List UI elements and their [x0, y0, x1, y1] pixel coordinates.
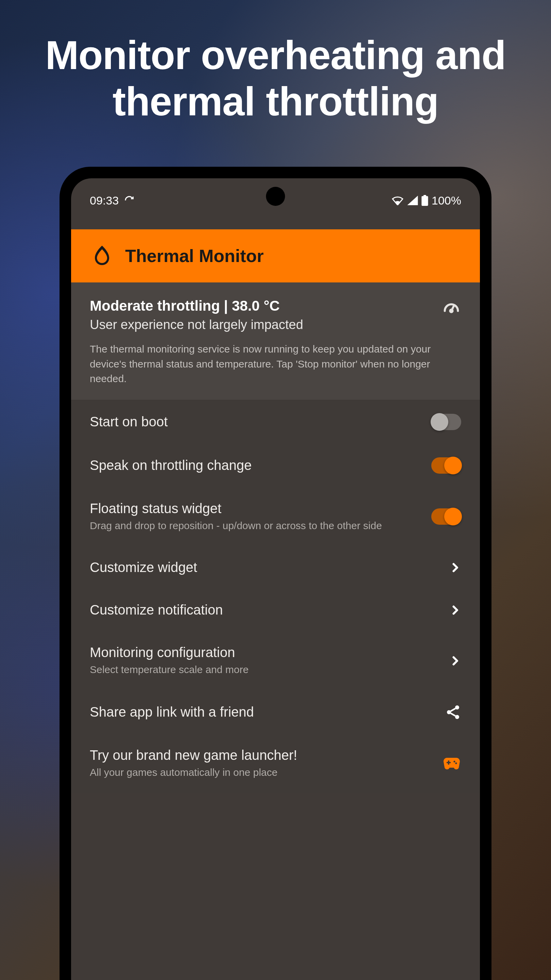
setting-label: Share app link with a friend: [90, 705, 435, 720]
thermal-status-card: Moderate throttling | 38.0 °C User exper…: [71, 282, 480, 400]
app-header: Thermal Monitor: [71, 229, 480, 282]
wifi-icon: [392, 196, 404, 205]
sync-icon: [124, 195, 134, 205]
setting-floating-widget[interactable]: Floating status widget Drag and drop to …: [71, 487, 480, 546]
signal-icon: [407, 196, 418, 205]
toggle-floating-widget[interactable]: [431, 508, 461, 525]
marketing-headline: Monitor overheating and thermal throttli…: [0, 0, 551, 124]
svg-rect-3: [101, 253, 103, 258]
chevron-right-icon: [449, 562, 461, 574]
gauge-icon: [441, 298, 461, 318]
app-title: Thermal Monitor: [125, 246, 264, 266]
setting-game-launcher[interactable]: Try our brand new game launcher! All you…: [71, 734, 480, 793]
thermal-status-description: The thermal monitoring service is now ru…: [90, 342, 461, 386]
camera-notch: [266, 187, 285, 206]
settings-list: Start on boot Speak on throttling change…: [71, 400, 480, 793]
toggle-speak-change[interactable]: [431, 457, 461, 474]
setting-label: Speak on throttling change: [90, 458, 421, 473]
svg-rect-0: [421, 196, 428, 206]
clock-time: 09:33: [90, 194, 119, 207]
thermal-status-title: Moderate throttling | 38.0 °C: [90, 298, 303, 314]
svg-rect-1: [424, 195, 426, 196]
battery-percent: 100%: [432, 194, 461, 207]
setting-customize-widget[interactable]: Customize widget: [71, 546, 480, 589]
setting-label: Customize notification: [90, 602, 439, 617]
setting-label: Try our brand new game launcher!: [90, 748, 432, 763]
phone-screen: 09:33 100% Thermal Monitor Moderate thro: [71, 178, 480, 980]
svg-point-11: [453, 761, 455, 762]
svg-point-6: [455, 705, 459, 710]
gamepad-icon: [442, 756, 461, 771]
thermal-status-subtitle: User experience not largely impacted: [90, 318, 303, 332]
setting-speak-change[interactable]: Speak on throttling change: [71, 444, 480, 487]
setting-label: Start on boot: [90, 414, 421, 430]
chevron-right-icon: [449, 655, 461, 667]
setting-monitoring-config[interactable]: Monitoring configuration Select temperat…: [71, 631, 480, 690]
setting-sublabel: Drag and drop to reposition - up/down or…: [90, 519, 421, 533]
battery-icon: [421, 195, 428, 206]
svg-rect-10: [448, 760, 449, 765]
setting-share-app[interactable]: Share app link with a friend: [71, 690, 480, 734]
chevron-right-icon: [449, 604, 461, 616]
setting-label: Monitoring configuration: [90, 645, 439, 660]
toggle-start-on-boot[interactable]: [431, 414, 461, 430]
svg-point-5: [450, 310, 453, 312]
svg-point-12: [455, 762, 457, 764]
setting-label: Customize widget: [90, 560, 439, 575]
setting-label: Floating status widget: [90, 501, 421, 516]
setting-sublabel: All your games automatically in one plac…: [90, 765, 432, 780]
share-icon: [445, 704, 461, 721]
phone-device-frame: 09:33 100% Thermal Monitor Moderate thro: [60, 167, 491, 980]
setting-customize-notification[interactable]: Customize notification: [71, 589, 480, 631]
setting-start-on-boot[interactable]: Start on boot: [71, 400, 480, 444]
svg-point-8: [455, 715, 459, 719]
flame-thermometer-icon: [90, 243, 114, 268]
setting-sublabel: Select temperature scale and more: [90, 663, 439, 677]
svg-point-7: [447, 710, 451, 714]
